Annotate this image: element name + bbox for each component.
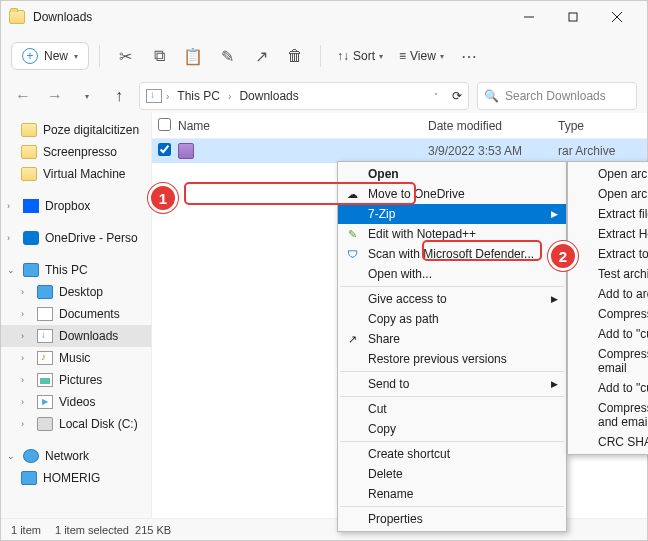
sidebar-item-network[interactable]: ⌄Network <box>1 445 151 467</box>
more-icon[interactable]: ⋯ <box>454 41 484 71</box>
svg-rect-1 <box>569 13 577 21</box>
sidebar-item-poze[interactable]: Poze digitalcitizen <box>1 119 151 141</box>
refresh-icon[interactable]: ⟳ <box>452 89 462 103</box>
ctx-notepad[interactable]: ✎Edit with Notepad++ <box>338 224 566 244</box>
up-button[interactable]: ↑ <box>107 84 131 108</box>
ctx-crc[interactable]: CRC SHA▶ <box>568 432 648 452</box>
ctx-open[interactable]: Open <box>338 164 566 184</box>
sidebar-item-disk[interactable]: ›Local Disk (C:) <box>1 413 151 435</box>
new-button[interactable]: + New ▾ <box>11 42 89 70</box>
col-name[interactable]: Name <box>178 119 428 133</box>
search-input[interactable]: 🔍 Search Downloads <box>477 82 637 110</box>
ctx-delete[interactable]: Delete <box>338 464 566 484</box>
ctx-openarchive[interactable]: Open archive <box>568 164 648 184</box>
ctx-sendto[interactable]: Send to▶ <box>338 374 566 394</box>
rename-icon[interactable]: ✎ <box>212 41 242 71</box>
onedrive-icon: ☁ <box>344 186 360 202</box>
row-checkbox[interactable] <box>158 143 171 156</box>
ctx-add7z[interactable]: Add to "cursors.7z" <box>568 324 648 344</box>
sidebar-item-downloads[interactable]: ›Downloads <box>1 325 151 347</box>
ctx-giveaccess[interactable]: Give access to▶ <box>338 289 566 309</box>
ctx-copy[interactable]: Copy <box>338 419 566 439</box>
crumb-downloads[interactable]: Downloads <box>235 87 302 105</box>
annotation-badge-2: 2 <box>548 241 578 271</box>
share-icon: ↗ <box>344 331 360 347</box>
forward-button[interactable]: → <box>43 84 67 108</box>
paste-icon[interactable]: 📋 <box>178 41 208 71</box>
ctx-properties[interactable]: Properties <box>338 509 566 529</box>
plus-icon: + <box>22 48 38 64</box>
ctx-cut[interactable]: Cut <box>338 399 566 419</box>
cut-icon[interactable]: ✂ <box>110 41 140 71</box>
crumb-thispc[interactable]: This PC <box>173 87 224 105</box>
column-headers: Name Date modified Type <box>152 113 647 139</box>
ctx-compresszipemail[interactable]: Compress to "cursors.zip" and email <box>568 398 648 432</box>
sidebar-item-pictures[interactable]: ›Pictures <box>1 369 151 391</box>
titlebar: Downloads <box>1 1 647 33</box>
ctx-copypath[interactable]: Copy as path <box>338 309 566 329</box>
chevron-down-icon[interactable]: ˅ <box>434 92 438 101</box>
sort-button[interactable]: ↑↓ Sort ▾ <box>331 45 389 67</box>
status-selected: 1 item selected 215 KB <box>55 524 171 536</box>
shield-icon: 🛡 <box>344 246 360 262</box>
ctx-extracthere[interactable]: Extract Here <box>568 224 648 244</box>
sidebar-item-vm[interactable]: Virtual Machine <box>1 163 151 185</box>
close-button[interactable] <box>595 2 639 32</box>
sidebar: Poze digitalcitizen Screenpresso Virtual… <box>1 113 151 520</box>
minimize-button[interactable] <box>507 2 551 32</box>
ctx-restore[interactable]: Restore previous versions <box>338 349 566 369</box>
address-bar[interactable]: › This PC › Downloads ˅ ⟳ <box>139 82 469 110</box>
notepad-icon: ✎ <box>344 226 360 242</box>
new-label: New <box>44 49 68 63</box>
folder-icon <box>9 10 25 24</box>
sidebar-item-thispc[interactable]: ⌄This PC <box>1 259 151 281</box>
ctx-compress7zemail[interactable]: Compress to "cursors.7z" and email <box>568 344 648 378</box>
ctx-addzip[interactable]: Add to "cursors.zip" <box>568 378 648 398</box>
ctx-compressemail[interactable]: Compress and email... <box>568 304 648 324</box>
chevron-right-icon: ▶ <box>551 209 558 219</box>
address-row: ← → ▾ ↑ › This PC › Downloads ˅ ⟳ 🔍 Sear… <box>1 79 647 113</box>
ctx-extractto[interactable]: Extract to "cursors\" <box>568 244 648 264</box>
ctx-onedrive[interactable]: ☁Move to OneDrive <box>338 184 566 204</box>
context-menu: Open ☁Move to OneDrive 7-Zip▶ ✎Edit with… <box>337 161 567 532</box>
delete-icon[interactable]: 🗑 <box>280 41 310 71</box>
chevron-down-icon[interactable]: ▾ <box>75 84 99 108</box>
ctx-test[interactable]: Test archive <box>568 264 648 284</box>
maximize-button[interactable] <box>551 2 595 32</box>
sidebar-item-onedrive[interactable]: ›OneDrive - Perso <box>1 227 151 249</box>
ctx-shortcut[interactable]: Create shortcut <box>338 444 566 464</box>
sidebar-item-homerig[interactable]: HOMERIG <box>1 467 151 489</box>
file-date: 3/9/2022 3:53 AM <box>428 144 558 158</box>
context-submenu-7zip: Open archive Open archive▶ Extract files… <box>567 161 648 455</box>
ctx-openarchive-sub[interactable]: Open archive▶ <box>568 184 648 204</box>
view-button[interactable]: ≡ View ▾ <box>393 45 450 67</box>
rar-icon <box>178 143 194 159</box>
annotation-badge-1: 1 <box>148 183 178 213</box>
ctx-defender[interactable]: 🛡Scan with Microsoft Defender... <box>338 244 566 264</box>
chevron-right-icon: ▶ <box>551 294 558 304</box>
ctx-rename[interactable]: Rename <box>338 484 566 504</box>
sidebar-item-dropbox[interactable]: ›Dropbox <box>1 195 151 217</box>
ctx-openwith[interactable]: Open with... <box>338 264 566 284</box>
ctx-extractfiles[interactable]: Extract files... <box>568 204 648 224</box>
sidebar-item-music[interactable]: ›Music <box>1 347 151 369</box>
file-row[interactable]: 3/9/2022 3:53 AM rar Archive <box>152 139 647 163</box>
sidebar-item-documents[interactable]: ›Documents <box>1 303 151 325</box>
col-date[interactable]: Date modified <box>428 119 558 133</box>
col-type[interactable]: Type <box>558 119 638 133</box>
file-type: rar Archive <box>558 144 638 158</box>
back-button[interactable]: ← <box>11 84 35 108</box>
chevron-down-icon: ▾ <box>74 52 78 61</box>
sidebar-item-screenpresso[interactable]: Screenpresso <box>1 141 151 163</box>
status-items: 1 item <box>11 524 41 536</box>
share-icon[interactable]: ↗ <box>246 41 276 71</box>
sidebar-item-desktop[interactable]: ›Desktop <box>1 281 151 303</box>
copy-icon[interactable]: ⧉ <box>144 41 174 71</box>
sidebar-item-videos[interactable]: ›Videos <box>1 391 151 413</box>
select-all-checkbox[interactable] <box>158 118 171 131</box>
ctx-addto[interactable]: Add to archive... <box>568 284 648 304</box>
window-title: Downloads <box>33 10 507 24</box>
file-list: Name Date modified Type 3/9/2022 3:53 AM… <box>151 113 647 520</box>
ctx-7zip[interactable]: 7-Zip▶ <box>338 204 566 224</box>
ctx-share[interactable]: ↗Share <box>338 329 566 349</box>
